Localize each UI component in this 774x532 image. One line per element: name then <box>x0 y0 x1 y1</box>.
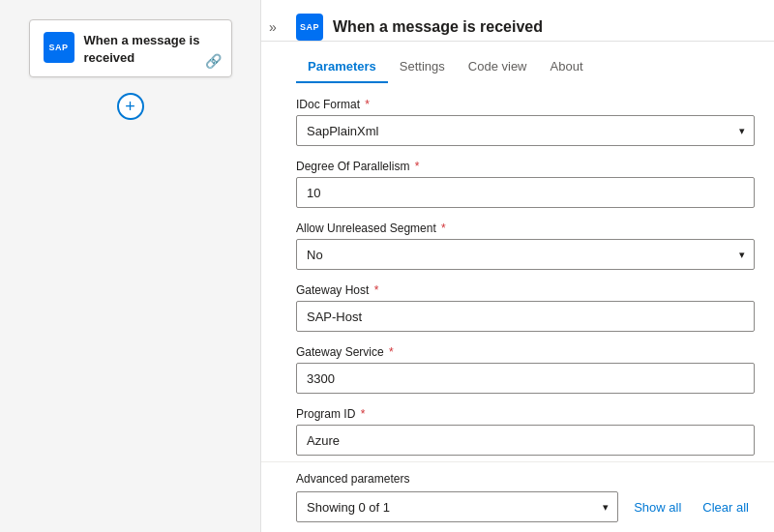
tab-codeview[interactable]: Code view <box>457 51 539 83</box>
clear-all-button[interactable]: Clear all <box>697 500 755 515</box>
advanced-select-wrapper: Showing 0 of 1 ▾ <box>296 491 618 522</box>
parallelism-group: Degree Of Parallelism * <box>296 160 755 208</box>
sap-logo: SAP <box>48 43 68 52</box>
tab-about[interactable]: About <box>539 51 595 83</box>
gateway-host-group: Gateway Host * <box>296 283 755 332</box>
idoc-format-select-wrapper: SapPlainXml ▾ <box>296 115 755 146</box>
gateway-service-group: Gateway Service * <box>296 345 755 394</box>
tab-settings[interactable]: Settings <box>388 51 457 83</box>
right-sap-logo: SAP <box>300 22 319 32</box>
program-id-input[interactable] <box>296 425 755 456</box>
gateway-service-input[interactable] <box>296 363 755 394</box>
advanced-section: Advanced parameters Showing 0 of 1 ▾ Sho… <box>261 461 774 532</box>
program-id-group: Program ID * <box>296 407 755 456</box>
gateway-host-input[interactable] <box>296 301 755 332</box>
program-id-required: * <box>357 407 365 421</box>
show-all-button[interactable]: Show all <box>628 500 687 515</box>
right-header: SAP When a message is received <box>261 0 774 42</box>
unreleased-segment-label: Allow Unreleased Segment * <box>296 222 755 235</box>
advanced-select[interactable]: Showing 0 of 1 <box>296 491 618 522</box>
tabs-bar: Parameters Settings Code view About <box>261 51 774 82</box>
idoc-format-group: IDoc Format * SapPlainXml ▾ <box>296 98 755 146</box>
expand-icon[interactable]: » <box>263 17 283 37</box>
advanced-label: Advanced parameters <box>296 472 755 486</box>
unreleased-segment-group: Allow Unreleased Segment * No Yes ▾ <box>296 222 755 270</box>
unreleased-segment-select-wrapper: No Yes ▾ <box>296 239 755 270</box>
program-id-label: Program ID * <box>296 407 755 421</box>
idoc-format-select[interactable]: SapPlainXml <box>296 115 755 146</box>
link-icon: 🔗 <box>205 53 222 69</box>
unreleased-required: * <box>438 222 446 235</box>
trigger-card-title: When a message is received <box>84 32 218 67</box>
parallelism-input[interactable] <box>296 177 755 208</box>
gateway-service-required: * <box>386 345 394 359</box>
parallelism-label: Degree Of Parallelism * <box>296 160 755 173</box>
add-step-button[interactable]: + <box>117 93 144 120</box>
sap-icon-box: SAP <box>44 32 74 63</box>
right-header-sap-icon: SAP <box>296 14 323 41</box>
idoc-format-required: * <box>362 98 370 111</box>
advanced-select-row: Showing 0 of 1 ▾ Show all Clear all <box>296 491 755 522</box>
form-area: IDoc Format * SapPlainXml ▾ Degree Of Pa… <box>261 82 774 461</box>
gateway-service-label: Gateway Service * <box>296 345 755 359</box>
unreleased-segment-select[interactable]: No Yes <box>296 239 755 270</box>
trigger-card[interactable]: SAP When a message is received 🔗 <box>29 19 232 77</box>
right-header-title: When a message is received <box>333 18 755 36</box>
tab-parameters[interactable]: Parameters <box>296 51 388 83</box>
left-panel: SAP When a message is received 🔗 + <box>0 0 261 532</box>
gateway-host-required: * <box>371 283 378 297</box>
plus-icon: + <box>125 98 135 115</box>
gateway-host-label: Gateway Host * <box>296 283 755 297</box>
right-panel: SAP When a message is received Parameter… <box>261 0 774 532</box>
parallelism-required: * <box>411 160 419 173</box>
idoc-format-label: IDoc Format * <box>296 98 755 111</box>
